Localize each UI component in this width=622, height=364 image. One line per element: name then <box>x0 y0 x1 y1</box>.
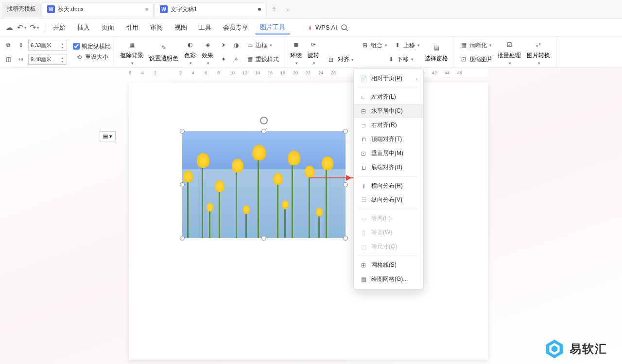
resize-handle-se[interactable] <box>343 236 348 241</box>
annotation-arrow <box>310 177 354 178</box>
menu-bar: ☁ ↶ ↷ 开始 插入 页面 引用 审阅 视图 工具 会员专享 图片工具 WPS… <box>0 18 622 37</box>
gridlines[interactable]: ⊞网格线(S) <box>354 258 423 272</box>
contrast-icon[interactable]: ◑ <box>231 40 242 51</box>
matting-button[interactable]: ▦抠除背景 <box>117 38 146 67</box>
tab-bar: 找稻壳模板 W秋天.docx W文字文稿1 ＋ ⌄ <box>0 0 622 18</box>
search-icon[interactable] <box>339 22 350 33</box>
equal-height: ▭等高(E) <box>354 211 423 225</box>
align-button[interactable]: ⊟对齐 <box>322 53 357 66</box>
width-input[interactable]: 9.48厘米▴▾ <box>28 54 67 65</box>
watermark-logo: 易软汇 <box>544 339 607 359</box>
menu-vip[interactable]: 会员专享 <box>218 21 253 34</box>
menu-tools[interactable]: 工具 <box>194 21 216 34</box>
document-page[interactable]: ▤ ▾ <box>129 83 488 360</box>
add-tab-button[interactable]: ＋ <box>267 2 281 16</box>
resize-handle-nw[interactable] <box>180 129 185 134</box>
effect-button[interactable]: ◈效果 <box>199 38 216 67</box>
brightness-icon[interactable]: ☀ <box>218 40 229 51</box>
resize-handle-s[interactable] <box>261 236 266 241</box>
crop-icon[interactable]: ⧉ <box>3 40 14 51</box>
align-relative-page[interactable]: 📄相对于页(P) <box>354 71 423 86</box>
menu-view[interactable]: 视图 <box>170 21 192 34</box>
resize-handle-n[interactable] <box>261 129 266 134</box>
draw-grid[interactable]: ▦绘图网格(G)... <box>354 272 423 286</box>
rotate-button[interactable]: ⟳旋转 <box>305 38 322 67</box>
convert-button[interactable]: ⇄图片转换 <box>524 38 553 67</box>
tab-menu-button[interactable]: ⌄ <box>281 2 294 16</box>
menu-begin[interactable]: 开始 <box>48 21 70 34</box>
menu-pictool[interactable]: 图片工具 <box>255 21 290 35</box>
rotate-handle[interactable] <box>260 117 268 124</box>
align-vcenter[interactable]: ⊡垂直居中(M) <box>354 146 423 160</box>
equal-width: ▯等宽(W) <box>354 225 423 240</box>
distribute-h[interactable]: ⫴横向分布(H) <box>354 179 423 193</box>
up-button[interactable]: ⬆上移 <box>391 40 422 51</box>
tab-doc-1[interactable]: W秋天.docx <box>42 2 154 17</box>
distribute-v[interactable]: ☰纵向分布(V) <box>354 193 423 207</box>
border-button[interactable]: ▭边框 <box>243 40 274 51</box>
resize-handle-w[interactable] <box>180 182 185 187</box>
align-dropdown: 📄相对于页(P) ⊏左对齐(L) ⊟水平居中(C) ⊐右对齐(R) ⊓顶端对齐(… <box>353 68 424 290</box>
wrap-button[interactable]: ≣环绕 <box>287 38 305 67</box>
reset-style-button[interactable]: ▦重设样式 <box>243 54 281 65</box>
equal-size: ▢等尺寸(Q) <box>354 240 423 254</box>
brightness2-icon[interactable]: ✦ <box>218 54 229 65</box>
down-button[interactable]: ⬇下移 <box>385 54 415 65</box>
save-icon[interactable]: ☁ <box>4 22 15 33</box>
tab-template[interactable]: 找稻壳模板 <box>2 2 41 17</box>
width-icon: ⇔ <box>16 54 26 65</box>
align-left[interactable]: ⊏左对齐(L) <box>354 90 423 104</box>
align-hcenter[interactable]: ⊟水平居中(C) <box>354 104 423 118</box>
sharpen-button[interactable]: ▦清晰化 <box>457 40 494 51</box>
color-button[interactable]: ◐色彩 <box>181 38 199 67</box>
ribbon: ⧉⇕ 6.33厘米▴▾ ◫⇔ 9.48厘米▴▾ 锁定纵横比 ⟲重设大小 ▦抠除背… <box>0 37 622 68</box>
resize-handle-ne[interactable] <box>343 129 348 134</box>
crop2-icon[interactable]: ◫ <box>3 54 14 65</box>
layout-options-button[interactable]: ▤ ▾ <box>100 131 116 141</box>
contrast2-icon[interactable]: ✧ <box>231 54 242 65</box>
resize-handle-sw[interactable] <box>180 236 185 241</box>
lock-ratio-checkbox[interactable]: 锁定纵横比 <box>73 42 111 51</box>
redo-button[interactable]: ↷ <box>29 22 40 33</box>
wps-ai-button[interactable]: WPS AI <box>307 24 337 31</box>
align-top[interactable]: ⊓顶端对齐(T) <box>354 132 423 146</box>
align-right[interactable]: ⊐右对齐(R) <box>354 118 423 132</box>
height-input[interactable]: 6.33厘米▴▾ <box>28 40 67 51</box>
align-bottom[interactable]: ⊔底端对齐(B) <box>354 160 423 174</box>
batch-button[interactable]: ☑批量处理 <box>495 38 524 67</box>
menu-ref[interactable]: 引用 <box>121 21 143 34</box>
menu-insert[interactable]: 插入 <box>72 21 95 34</box>
height-icon: ⇕ <box>16 40 26 51</box>
menu-review[interactable]: 审阅 <box>145 21 168 34</box>
tab-doc-2[interactable]: W文字文稿1 <box>155 2 266 17</box>
group-button[interactable]: ⊞组合 <box>359 40 389 51</box>
menu-page[interactable]: 页面 <box>97 21 119 34</box>
document-canvas: 642246810121416182022242640424446 ▤ ▾ <box>0 68 622 364</box>
selected-image[interactable] <box>182 131 346 238</box>
resize-handle-e[interactable] <box>343 182 348 187</box>
reset-size-button[interactable]: ⟲重设大小 <box>73 52 111 63</box>
svg-point-0 <box>342 25 346 30</box>
undo-button[interactable]: ↶ <box>17 22 27 33</box>
transparency-button[interactable]: ✎设置透明色 <box>146 41 181 64</box>
select-pane-button[interactable]: ▤选择窗格 <box>422 41 451 64</box>
compress-button[interactable]: ⊡压缩图片 <box>457 54 495 65</box>
